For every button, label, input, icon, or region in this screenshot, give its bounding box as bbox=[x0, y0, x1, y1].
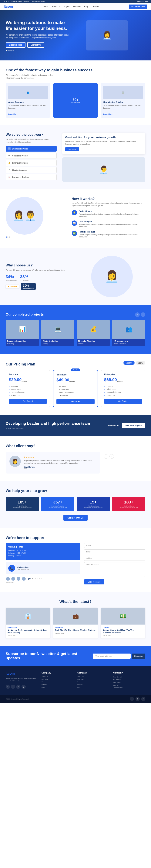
footer-link-0-4[interactable]: Blog bbox=[42, 686, 74, 688]
nav-services[interactable]: Services bbox=[73, 5, 81, 8]
plan-0-price: $29.00/month bbox=[9, 377, 47, 382]
hero-contact-btn[interactable]: Contact Us bbox=[27, 42, 44, 48]
footer-link-0-2[interactable]: Services bbox=[42, 681, 74, 683]
plan-2-btn[interactable]: Get Started bbox=[104, 399, 142, 404]
blog-body-1: BUSINESS Do It Right To The Ultimate Win… bbox=[53, 624, 98, 636]
nav-pages[interactable]: Pages bbox=[64, 5, 70, 8]
form-message-input[interactable] bbox=[84, 562, 145, 577]
card-mission-desc: 20 years of experience helping people fo… bbox=[103, 104, 143, 110]
contact-us-btn[interactable]: Contact With Us bbox=[64, 515, 88, 521]
toggle-yearly[interactable]: Yearly bbox=[136, 361, 145, 365]
footer-copyright: © 2024 itcom. All Rights Reserved. bbox=[6, 698, 29, 700]
hero-discover-btn[interactable]: Discover More bbox=[6, 42, 25, 48]
footer-social: f t in y bbox=[6, 685, 38, 689]
project-0-img: 📊 bbox=[6, 320, 39, 339]
footer-link-1-1[interactable]: Our Team bbox=[77, 678, 109, 680]
dot-3[interactable] bbox=[9, 50, 10, 51]
leader-cta-btn[interactable]: Let's work together bbox=[122, 423, 145, 428]
serve-menu-item-3[interactable]: ✔ Quality Assurance bbox=[6, 167, 57, 173]
project-2-img: 💰 bbox=[77, 320, 110, 339]
form-email-input[interactable] bbox=[84, 550, 145, 554]
dot-2[interactable] bbox=[7, 50, 9, 51]
leader-heading: Developing Leader and high performance t… bbox=[6, 422, 90, 426]
opening-time-2: Closed bbox=[16, 555, 21, 557]
project-3-title: HR Management bbox=[114, 340, 144, 342]
dot-1[interactable] bbox=[6, 50, 7, 51]
nav-blog[interactable]: Blog bbox=[84, 5, 88, 8]
leader-section: Developing Leader and high performance t… bbox=[0, 415, 151, 436]
test-next-btn[interactable]: › bbox=[109, 454, 114, 459]
youtube-icon[interactable]: y bbox=[8, 1, 8, 2]
twitter-icon[interactable]: t bbox=[4, 1, 4, 2]
footer-link-1-4[interactable]: Blog bbox=[77, 686, 109, 688]
phone-text: Call anytime +88 0000 7084 bbox=[17, 566, 29, 570]
test-prev-btn[interactable]: ‹ bbox=[104, 454, 108, 459]
projects-prev-btn[interactable]: ‹ bbox=[135, 312, 140, 317]
serve-readmore-btn[interactable]: Read More bbox=[65, 147, 79, 151]
about-image: 👥 bbox=[8, 86, 48, 99]
nav-home[interactable]: Home bbox=[43, 5, 48, 8]
linkedin-icon[interactable]: in bbox=[5, 1, 7, 2]
opening-day-2: Sunday bbox=[8, 555, 14, 557]
footer-link-1-3[interactable]: Portfolio bbox=[77, 684, 109, 685]
blog-title-0[interactable]: An Avenue To Communicate Unique Selling … bbox=[7, 629, 48, 634]
projects-section: Our completed projects ‹ › 📊 Business Co… bbox=[0, 305, 151, 353]
facebook-icon[interactable]: f bbox=[3, 1, 3, 2]
serve-menu-item-2[interactable]: 💰 Financial Services bbox=[6, 160, 57, 166]
form-name-input[interactable] bbox=[84, 543, 145, 548]
plan-1-btn[interactable]: Get Started bbox=[56, 399, 94, 404]
logo[interactable]: itcom bbox=[4, 5, 13, 9]
serve-menu-item-0[interactable]: ☰ Business Revenue bbox=[6, 146, 57, 152]
pricing-toggle: Monthly Yearly bbox=[123, 361, 145, 365]
stat-0-num: 34% bbox=[6, 274, 17, 279]
card-mission-learn[interactable]: Learn More bbox=[103, 113, 143, 115]
opening-title: Opening Times bbox=[8, 546, 78, 548]
bottom-tw-icon[interactable]: t bbox=[135, 697, 140, 701]
bottom-li-icon[interactable]: in bbox=[141, 697, 145, 701]
blog-card-0: 👔 CONSULTING An Avenue To Communicate Un… bbox=[6, 608, 50, 639]
bottom-fb-icon[interactable]: f bbox=[130, 697, 134, 701]
hero-image: 👩‍💼 bbox=[69, 20, 145, 51]
dot-5[interactable] bbox=[13, 50, 14, 51]
growth-badge: 39% Business Growth bbox=[21, 283, 36, 290]
footer-link-0-3[interactable]: Portfolio bbox=[42, 684, 74, 685]
nav-contact[interactable]: Contact bbox=[92, 5, 99, 8]
serve-menu-item-4[interactable]: 📈 Investment Advisory bbox=[6, 174, 57, 180]
footer-youtube-icon[interactable]: y bbox=[22, 685, 26, 689]
nav-about[interactable]: About Us bbox=[52, 5, 60, 8]
serve-content-box: Great solution for your business growth … bbox=[62, 133, 145, 154]
blog-title-1[interactable]: Do It Right To The Ultimate Winning Stra… bbox=[55, 629, 96, 631]
client-icons: 27+ Client satisfaction bbox=[6, 577, 80, 581]
testimonial-card: 👩 ★★★★★ It's probably the best product I… bbox=[6, 452, 100, 473]
footer-link-1-0[interactable]: About Us bbox=[77, 676, 109, 678]
newsletter-btn[interactable]: Subscribe bbox=[132, 654, 145, 659]
why-left: Why choose us? We have 20+ years of expe… bbox=[6, 264, 73, 290]
toggle-monthly[interactable]: Monthly bbox=[123, 361, 134, 365]
serve-subtext: We perform full analysis of the client's… bbox=[6, 138, 57, 143]
opening-row-1: Saturday 8:00 - 17:00 bbox=[8, 552, 78, 554]
card-about-learn[interactable]: Learn More bbox=[8, 113, 48, 115]
project-3-img: 👥 bbox=[112, 320, 145, 339]
footer-linkedin-icon[interactable]: in bbox=[16, 685, 20, 689]
dot-4[interactable] bbox=[11, 50, 12, 51]
step-0-content: Collect Ideas Formulating outstanding st… bbox=[79, 210, 146, 218]
projects-next-btn[interactable]: › bbox=[141, 312, 145, 317]
grow-label-1: Business Analytics bbox=[44, 505, 71, 507]
plan-0-btn[interactable]: Get Started bbox=[9, 399, 47, 404]
footer-facebook-icon[interactable]: f bbox=[6, 685, 10, 689]
fastest-subtext: We perform full analysis of the client's… bbox=[6, 74, 62, 80]
form-name-group bbox=[84, 543, 145, 548]
form-send-btn[interactable]: Send Message bbox=[84, 579, 104, 584]
blog-title-2[interactable]: Avenue Money: And Make You Very Successf… bbox=[103, 629, 144, 634]
form-subject-input[interactable] bbox=[84, 556, 145, 561]
newsletter-input[interactable] bbox=[93, 654, 131, 659]
testimonial-text: It's probably the best product I've ever… bbox=[24, 459, 96, 465]
footer-twitter-icon[interactable]: t bbox=[11, 685, 15, 689]
blog-date-0: Jan 12, 2024 bbox=[7, 635, 48, 637]
grow-sub-3: Successfully accomplished 60+ bbox=[115, 507, 142, 508]
footer-link-1-2[interactable]: Services bbox=[77, 681, 109, 683]
footer-link-0-1[interactable]: Our Team bbox=[42, 678, 74, 680]
plan-1-name: Business bbox=[56, 373, 94, 376]
footer-link-0-0[interactable]: About Us bbox=[42, 676, 74, 678]
serve-menu-item-1[interactable]: 🛍 Consumer Product bbox=[6, 153, 57, 159]
